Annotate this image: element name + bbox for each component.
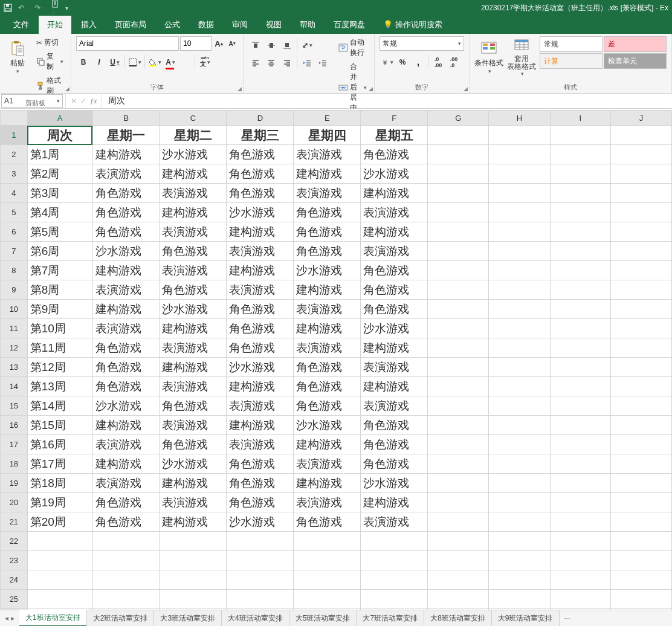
table-format-icon: [513, 37, 530, 54]
percent-format-icon[interactable]: %: [395, 55, 410, 69]
merge-icon: [338, 83, 348, 92]
wrap-icon: [338, 43, 348, 53]
svg-rect-5: [14, 41, 19, 44]
menu-tab-0[interactable]: 文件: [5, 16, 37, 34]
formula-input[interactable]: 周次: [102, 95, 131, 106]
number-format-select[interactable]: 常规▾: [380, 36, 464, 51]
align-middle-icon[interactable]: [264, 38, 279, 53]
menu-tab-5[interactable]: 数据: [190, 16, 222, 34]
title-bar: ↶▾ ↷▾ ▾ ▾ 20230217学期大班活动室（班主任用）.xls [兼容模…: [0, 0, 672, 16]
copy-button[interactable]: 复制▾: [34, 50, 66, 73]
menu-tab-3[interactable]: 页面布局: [106, 16, 155, 34]
accounting-format-icon[interactable]: ￥▾: [380, 55, 394, 69]
svg-rect-19: [339, 44, 347, 51]
font-color-button-bar: [163, 55, 178, 69]
svg-rect-8: [39, 60, 44, 65]
menu-tab-4[interactable]: 公式: [156, 16, 189, 34]
redo-icon[interactable]: ↷▾: [34, 4, 45, 12]
border-button[interactable]: ▾: [128, 55, 142, 69]
style-normal[interactable]: 常规: [540, 36, 603, 52]
wrap-label: 自动换行: [350, 37, 367, 58]
bold-button[interactable]: B: [76, 55, 91, 69]
group-clipboard: 粘贴▾ ✂剪切 复制▾ 格式刷 剪贴板 ◢: [0, 34, 71, 93]
phonetic-pinyin: wén: [201, 56, 209, 60]
decrease-font-icon[interactable]: A▾: [226, 37, 238, 50]
conditional-format-icon: [480, 40, 497, 57]
decrease-decimal-icon[interactable]: .00.0: [447, 55, 461, 69]
phonetic-button[interactable]: wén文▾: [198, 55, 212, 69]
menu-tab-8[interactable]: 帮助: [291, 16, 324, 34]
menu-tab-1[interactable]: 开始: [39, 16, 71, 34]
quickprint-icon[interactable]: ▾: [51, 0, 59, 16]
conditional-format-button[interactable]: 条件格式▾: [474, 36, 503, 77]
format-painter-button[interactable]: 格式刷: [34, 74, 66, 97]
underline-label: U: [110, 58, 115, 66]
font-name-select[interactable]: [76, 36, 179, 51]
style-bad[interactable]: 差: [604, 36, 667, 52]
undo-icon[interactable]: ↶▾: [18, 4, 28, 12]
increase-indent-icon[interactable]: [315, 56, 330, 70]
svg-rect-23: [483, 44, 488, 46]
ribbon: 粘贴▾ ✂剪切 复制▾ 格式刷 剪贴板 ◢ A▴ A▾ B I U▾: [0, 34, 672, 94]
svg-rect-3: [53, 0, 57, 7]
style-calc[interactable]: 计算: [540, 53, 603, 69]
bulb-icon: 💡: [383, 20, 393, 29]
orientation-icon[interactable]: ⤢▾: [300, 38, 314, 53]
cell-styles-gallery[interactable]: 常规 差 计算 检查单元: [540, 36, 667, 69]
format-as-table-button[interactable]: 套用 表格格式▾: [507, 36, 536, 77]
group-styles-label: 样式: [474, 82, 667, 92]
svg-rect-2: [5, 8, 10, 11]
style-check[interactable]: 检查单元: [604, 53, 667, 69]
underline-button[interactable]: U▾: [108, 55, 122, 69]
align-top-icon[interactable]: [248, 38, 263, 53]
group-font: A▴ A▾ B I U▾ ▾ ▾ A▾ wén文▾ 字体 ◢: [71, 34, 244, 93]
merge-center-button[interactable]: 合并后居中▾: [336, 60, 369, 109]
increase-decimal-icon[interactable]: .0.00: [431, 55, 445, 69]
group-font-label: 字体: [76, 82, 238, 92]
svg-rect-9: [38, 82, 42, 85]
fill-color-button[interactable]: ▾: [147, 55, 162, 69]
qat-customize-icon[interactable]: ▾: [65, 5, 68, 11]
paste-label: 粘贴: [10, 58, 25, 68]
table-format-label: 套用 表格格式: [507, 55, 536, 71]
ribbon-tabs: 文件开始插入页面布局公式数据审阅视图帮助百度网盘💡 操作说明搜索: [0, 16, 672, 34]
document-title: 20230217学期大班活动室（班主任用）.xls [兼容模式] - Ex: [481, 3, 668, 13]
fx-icon[interactable]: ƒx: [90, 97, 97, 106]
italic-button[interactable]: I: [92, 55, 106, 69]
increase-font-icon[interactable]: A▴: [213, 37, 225, 50]
tell-me-search[interactable]: 💡 操作说明搜索: [375, 16, 451, 34]
cut-button[interactable]: ✂剪切: [34, 36, 66, 49]
svg-rect-16: [270, 43, 273, 48]
svg-rect-24: [483, 47, 488, 50]
group-styles: 条件格式▾ 套用 表格格式▾ 常规 差 计算 检查单元 样式: [470, 34, 672, 93]
alignment-launcher-icon[interactable]: ◢: [369, 86, 373, 92]
svg-rect-1: [6, 4, 9, 7]
number-launcher-icon[interactable]: ◢: [464, 86, 468, 92]
svg-rect-25: [490, 44, 495, 46]
cancel-formula-icon[interactable]: ✕: [71, 97, 77, 105]
svg-rect-12: [149, 65, 157, 66]
align-center-icon[interactable]: [264, 56, 279, 70]
paste-button[interactable]: 粘贴▾: [5, 36, 30, 77]
menu-tab-7[interactable]: 视图: [257, 16, 290, 34]
decrease-indent-icon[interactable]: [300, 56, 314, 70]
wrap-text-button[interactable]: 自动换行: [336, 36, 369, 59]
align-right-icon[interactable]: [280, 56, 294, 70]
clipboard-launcher-icon[interactable]: ◢: [65, 86, 69, 92]
comma-format-icon[interactable]: ,: [411, 55, 425, 69]
align-bottom-icon[interactable]: [280, 38, 294, 53]
menu-tab-9[interactable]: 百度网盘: [325, 16, 373, 34]
group-number-label: 数字: [380, 82, 464, 92]
scissors-icon: ✂: [36, 39, 42, 47]
enter-formula-icon[interactable]: ✓: [80, 97, 86, 105]
svg-rect-6: [16, 46, 24, 56]
menu-tab-6[interactable]: 审阅: [224, 16, 256, 34]
save-icon[interactable]: [4, 4, 12, 12]
group-number: 常规▾ ￥▾ % , .0.00 .00.0 数字 ◢: [375, 34, 470, 93]
group-clipboard-label: 剪贴板: [5, 97, 66, 108]
align-left-icon[interactable]: [248, 56, 263, 70]
font-launcher-icon[interactable]: ◢: [237, 86, 242, 92]
menu-tab-2[interactable]: 插入: [73, 16, 105, 34]
cond-format-label: 条件格式: [474, 58, 503, 68]
font-size-select[interactable]: [180, 36, 212, 51]
